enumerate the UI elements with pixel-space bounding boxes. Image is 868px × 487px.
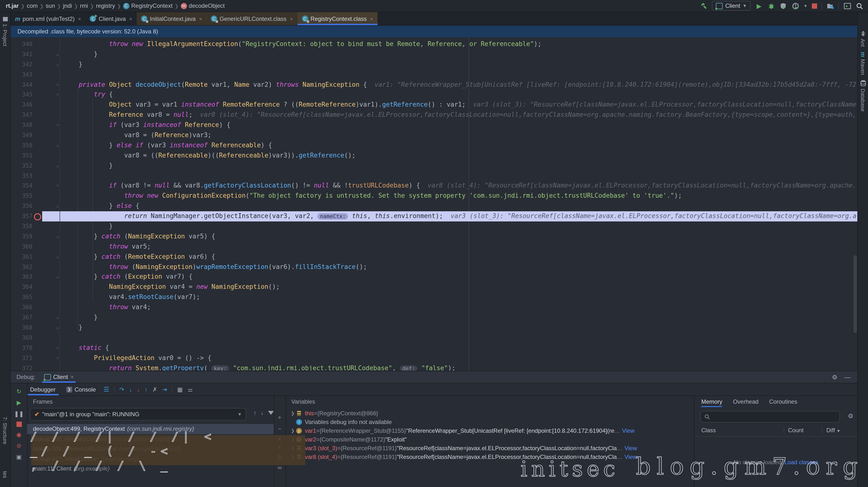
gutter-breakpoint-area[interactable]: [32, 272, 42, 282]
toolwindow-structure[interactable]: 7: Structure: [2, 417, 8, 444]
expand-chevron-icon[interactable]: ❯: [289, 411, 296, 416]
evaluate-expression-icon[interactable]: ▦: [177, 386, 183, 393]
gutter-breakpoint-area[interactable]: [32, 282, 42, 293]
resume-icon[interactable]: ▶: [17, 399, 21, 406]
fold-marker[interactable]: ▵: [42, 201, 60, 212]
fold-marker[interactable]: [42, 363, 60, 371]
run-button[interactable]: ▶: [755, 2, 763, 10]
code-line-344[interactable]: 344▿ private Object decodeObject(Remote …: [11, 80, 857, 90]
line-number[interactable]: 356: [11, 201, 32, 212]
breadcrumb-item-rt.jar[interactable]: rt.jar: [6, 2, 19, 9]
gutter-breakpoint-area[interactable]: [32, 60, 42, 70]
line-number[interactable]: 370: [11, 343, 32, 353]
line-number[interactable]: 361: [11, 252, 32, 262]
debug-button[interactable]: [767, 2, 775, 10]
view-breakpoints-icon[interactable]: ◉: [17, 431, 22, 438]
code-line-361[interactable]: 361▵ } catch (RemoteException var6) {: [11, 252, 857, 262]
memory-search-input[interactable]: [700, 411, 840, 423]
gutter-breakpoint-area[interactable]: [32, 161, 42, 171]
column-class[interactable]: Class: [694, 427, 784, 434]
code-line-350[interactable]: 350▵ } else if (var3 instanceof Referenc…: [11, 141, 857, 151]
line-number[interactable]: 346: [11, 100, 32, 110]
profiler-button[interactable]: [792, 2, 799, 10]
gutter-breakpoint-area[interactable]: [32, 323, 42, 333]
fold-marker[interactable]: [42, 151, 60, 161]
view-value-link[interactable]: View: [622, 427, 634, 434]
gutter-breakpoint-area[interactable]: [32, 343, 42, 353]
line-number[interactable]: 360: [11, 242, 32, 252]
line-number[interactable]: 352: [11, 161, 32, 171]
gutter-breakpoint-area[interactable]: [32, 80, 42, 90]
search-everywhere-icon[interactable]: [856, 2, 863, 10]
fold-marker[interactable]: [42, 130, 60, 141]
thread-selector[interactable]: ✔ "main"@1 in group "main": RUNNING ▼: [30, 408, 246, 421]
fold-marker[interactable]: [42, 333, 60, 343]
fold-marker[interactable]: ▵: [42, 50, 60, 60]
breadcrumb-item-sun[interactable]: sun: [45, 2, 55, 9]
gutter-breakpoint-area[interactable]: [32, 69, 42, 80]
show-execution-point-icon[interactable]: ☰: [104, 386, 109, 393]
fold-marker[interactable]: ▿: [42, 120, 60, 130]
code-line-355[interactable]: 355 throw new ConfigurationException("Th…: [11, 191, 857, 201]
fold-marker[interactable]: ▿: [42, 90, 60, 100]
toolwindow-project[interactable]: 1: Project: [2, 17, 8, 46]
fold-marker[interactable]: ▵: [42, 60, 60, 70]
fold-marker[interactable]: ▵: [42, 252, 60, 262]
minimize-icon[interactable]: —: [844, 373, 850, 381]
stack-frame-row[interactable]: decodeObject:499, RegistryContext(com.su…: [27, 424, 274, 434]
gutter-breakpoint-area[interactable]: [32, 221, 42, 232]
fold-marker[interactable]: [42, 282, 60, 293]
run-to-cursor-icon[interactable]: ⇥: [162, 386, 167, 393]
variable-row[interactable]: ❯var3 (slot_3) = {ResourceRef@1191} "Res…: [285, 444, 694, 453]
code-line-354[interactable]: 354▿ if (var8 != null && var8.getFactory…: [11, 181, 857, 191]
editor-tab-GenericURLContext.class[interactable]: CGenericURLContext.class×: [207, 12, 297, 25]
fold-marker[interactable]: [42, 191, 60, 201]
gutter-breakpoint-area[interactable]: [32, 312, 42, 323]
toolwindow-favorites-partial[interactable]: tes: [2, 471, 8, 478]
frames-filter-icon[interactable]: [268, 409, 274, 416]
close-tab-icon[interactable]: ×: [199, 16, 202, 22]
code-line-368[interactable]: 368▵ }: [11, 323, 857, 333]
fold-marker[interactable]: ▵: [42, 272, 60, 282]
line-number[interactable]: 354: [11, 181, 32, 191]
line-number[interactable]: 363: [11, 272, 32, 282]
mute-breakpoints-icon[interactable]: ⊘: [17, 443, 21, 449]
code-line-341[interactable]: 341▵ }: [11, 50, 857, 60]
profiler-chevron-icon[interactable]: ▼: [804, 4, 807, 8]
pause-icon[interactable]: ❚❚: [14, 410, 24, 417]
variable-row[interactable]: iVariables debug info not available: [285, 418, 694, 426]
gutter-breakpoint-area[interactable]: [32, 100, 42, 110]
fold-marker[interactable]: ▵: [42, 232, 60, 242]
coverage-button[interactable]: [779, 2, 787, 10]
code-line-367[interactable]: 367▵ }: [11, 312, 857, 323]
step-out-icon[interactable]: ↑: [145, 386, 148, 393]
load-classes-link[interactable]: Load classes: [784, 459, 818, 466]
gutter-breakpoint-area[interactable]: [32, 50, 42, 60]
expand-chevron-icon[interactable]: ❯: [289, 428, 296, 433]
fold-marker[interactable]: [42, 293, 60, 303]
code-line-362[interactable]: 362 throw (NamingException)wrapRemoteExc…: [11, 262, 857, 272]
force-step-into-icon[interactable]: ↓: [137, 386, 140, 393]
remove-watch-icon[interactable]: −: [278, 425, 281, 432]
toolwindow-database[interactable]: Database: [860, 80, 866, 112]
line-number[interactable]: 353: [11, 171, 32, 181]
gutter-breakpoint-area[interactable]: [32, 191, 42, 201]
gutter-breakpoint-area[interactable]: [32, 232, 42, 242]
code-line-364[interactable]: 364 NamingException var4 = new NamingExc…: [11, 282, 857, 293]
code-line-360[interactable]: 360 throw var5;: [11, 242, 857, 252]
line-number[interactable]: 368: [11, 323, 32, 333]
step-into-icon[interactable]: ↓: [129, 386, 132, 393]
line-number[interactable]: 371: [11, 353, 32, 363]
gutter-breakpoint-area[interactable]: [32, 130, 42, 141]
breakpoint-icon[interactable]: [34, 213, 41, 220]
fold-marker[interactable]: [42, 39, 60, 50]
line-number[interactable]: 344: [11, 80, 32, 90]
variable-row[interactable]: ❯var8 (slot_4) = {ResourceRef@1191} "Res…: [285, 453, 694, 461]
code-editor[interactable]: 340 throw new IllegalArgumentException("…: [11, 37, 857, 371]
line-number[interactable]: 347: [11, 110, 32, 120]
gutter-breakpoint-area[interactable]: [32, 262, 42, 272]
gutter-breakpoint-area[interactable]: [32, 120, 42, 130]
fold-marker[interactable]: [42, 171, 60, 181]
move-down-icon[interactable]: ▼: [277, 445, 282, 450]
stack-frame-row[interactable]: lookup:138, RegistryContext(com.sun.jndi…: [27, 434, 274, 444]
